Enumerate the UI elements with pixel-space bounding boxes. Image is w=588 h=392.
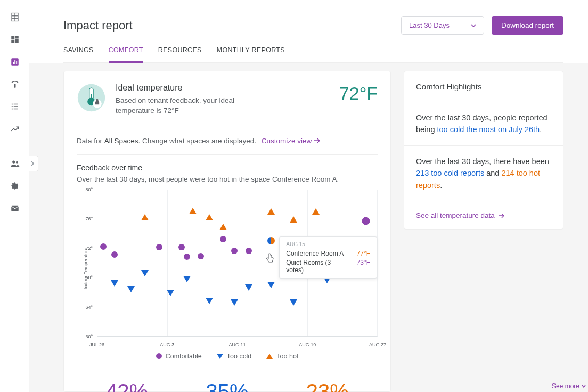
chart-point-comfortable[interactable]	[231, 248, 238, 254]
comfort-highlights-card: Comfort Highlights Over the last 30 days…	[404, 71, 564, 230]
rail-expand-toggle[interactable]	[27, 156, 38, 172]
svg-point-17	[11, 108, 12, 109]
x-tick: AUG 27	[369, 342, 386, 347]
svg-rect-14	[13, 104, 18, 105]
chart-point-too-cold[interactable]	[206, 298, 213, 304]
customize-view-link[interactable]: Customize view	[262, 137, 321, 145]
chart-point-too-cold[interactable]	[167, 290, 174, 296]
y-tick: 80°	[85, 187, 93, 192]
chart-point-too-cold[interactable]	[127, 286, 135, 292]
svg-rect-9	[13, 62, 14, 64]
chart-point-comfortable[interactable]	[178, 244, 185, 250]
gear-icon[interactable]	[10, 181, 20, 191]
x-tick: AUG 11	[228, 342, 246, 347]
svg-rect-5	[15, 36, 18, 38]
chart-point-comfortable[interactable]	[362, 217, 370, 225]
y-tick: 60°	[85, 334, 93, 339]
chart-point-too-hot[interactable]	[206, 214, 213, 220]
pct-too-cold: 35%	[206, 380, 248, 392]
svg-rect-6	[15, 39, 18, 43]
data-scope-row: Data for All Spaces. Change what spaces …	[77, 127, 378, 155]
y-tick: 72°	[85, 246, 93, 251]
highlight-1-link[interactable]: too cold the most on July 26th	[437, 125, 540, 134]
see-all-label: See all temperature data	[416, 211, 495, 219]
chart-point-too-hot[interactable]	[189, 208, 197, 214]
highlight-2-link-cold[interactable]: 213 too cold reports	[416, 169, 484, 177]
data-for-suffix: . Change what spaces are displayed.	[138, 137, 256, 145]
svg-point-15	[11, 106, 12, 107]
chart-point-too-cold[interactable]	[141, 270, 149, 276]
chart-point-comfortable[interactable]	[198, 253, 204, 259]
chart-point-too-hot[interactable]	[219, 224, 227, 230]
svg-point-27	[96, 99, 99, 102]
svg-rect-18	[13, 109, 18, 110]
x-tick: AUG 19	[299, 342, 316, 347]
svg-rect-4	[11, 36, 14, 39]
chart-point-split[interactable]	[267, 237, 275, 244]
chart-heading: Feedback over time	[77, 164, 378, 172]
customize-view-label: Customize view	[262, 137, 312, 145]
highlight-1: Over the last 30 days, people reported b…	[404, 102, 563, 146]
ideal-temp-desc: Based on tenant feedback, your ideal tem…	[116, 96, 265, 116]
y-tick: 76°	[85, 216, 93, 222]
x-tick: JUL 26	[89, 342, 104, 347]
date-range-select[interactable]: Last 30 Days	[401, 16, 484, 35]
data-for-scope: All Spaces	[104, 137, 138, 145]
chart-point-too-cold[interactable]	[245, 284, 252, 291]
page-title: Impact report	[63, 19, 133, 32]
users-icon[interactable]	[10, 158, 20, 169]
list-icon[interactable]	[10, 101, 20, 112]
remote-icon[interactable]	[10, 79, 20, 89]
chart-point-too-hot[interactable]	[267, 208, 275, 215]
analytics-icon[interactable]	[10, 56, 20, 67]
y-tick: 68°	[85, 275, 93, 280]
see-all-temperature-link[interactable]: See all temperature data	[416, 211, 504, 219]
chart-point-comfortable[interactable]	[220, 236, 226, 242]
mail-icon[interactable]	[10, 203, 20, 214]
svg-rect-12	[14, 84, 15, 88]
chart-point-comfortable[interactable]	[100, 243, 107, 250]
svg-rect-25	[91, 94, 92, 101]
svg-point-20	[15, 161, 18, 164]
legend-comfortable: Comfortable	[156, 353, 202, 360]
logo-grid-icon[interactable]	[10, 12, 20, 22]
chart-point-comfortable[interactable]	[184, 254, 190, 260]
dashboard-icon[interactable]	[10, 34, 20, 45]
svg-rect-11	[16, 61, 17, 64]
trend-icon[interactable]	[10, 124, 20, 134]
chart-legend: Comfortable Too cold Too hot	[77, 347, 378, 369]
chevron-down-icon	[471, 24, 476, 27]
percentage-row: 42% 35% 23%	[77, 371, 378, 392]
chart-point-too-hot[interactable]	[290, 216, 297, 223]
chart-point-too-cold[interactable]	[231, 299, 238, 306]
ideal-temp-value: 72°F	[339, 83, 378, 104]
svg-rect-16	[13, 106, 18, 107]
chart-point-too-hot[interactable]	[141, 214, 149, 220]
svg-rect-21	[11, 206, 19, 211]
chart-tooltip: AUG 15Conference Room A77°FQuiet Rooms (…	[279, 236, 377, 279]
cursor-pointer-icon	[265, 253, 275, 265]
chart-point-too-hot[interactable]	[312, 208, 320, 215]
thermometer-thumb-icon	[77, 83, 106, 112]
chevron-down-icon	[582, 383, 586, 389]
chart-point-comfortable[interactable]	[111, 251, 118, 258]
see-more-link[interactable]: See more	[552, 382, 586, 390]
highlight-2: Over the last 30 days, there have been 2…	[404, 146, 563, 201]
highlights-title: Comfort Highlights	[404, 71, 563, 102]
download-report-button[interactable]: Download report	[492, 16, 564, 35]
chart-point-too-cold[interactable]	[290, 299, 297, 306]
date-range-value: Last 30 Days	[409, 21, 450, 29]
chart-point-comfortable[interactable]	[156, 244, 162, 250]
chart-point-too-cold[interactable]	[183, 276, 191, 282]
y-tick: 64°	[85, 305, 93, 310]
svg-point-19	[12, 160, 15, 163]
x-tick: AUG 3	[160, 342, 174, 347]
svg-point-13	[11, 103, 12, 104]
chart-point-comfortable[interactable]	[246, 248, 252, 254]
chart-point-too-cold[interactable]	[111, 280, 118, 287]
chart-point-too-cold[interactable]	[267, 282, 275, 288]
legend-too-cold: Too cold	[217, 353, 252, 360]
svg-rect-10	[14, 60, 15, 64]
svg-rect-7	[11, 40, 14, 43]
chart-subheading: Over the last 30 days, most people were …	[77, 175, 378, 183]
